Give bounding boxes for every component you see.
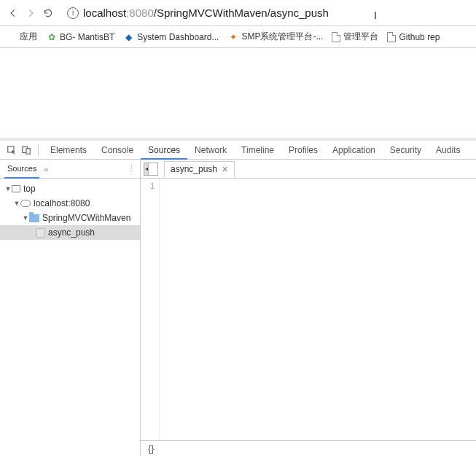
file-tab-bar: ◂ async_push ✕ — [141, 160, 476, 179]
editor-status-bar: {} — [141, 440, 476, 456]
bookmark-smp[interactable]: ✦ SMP系统管理平台-... — [227, 31, 323, 43]
file-tab-label: async_push — [171, 164, 217, 174]
caret-down-icon: ▼ — [13, 200, 20, 207]
bookmark-github[interactable]: Github rep — [387, 32, 440, 42]
line-number: 1 — [141, 181, 155, 190]
toggle-navigator-icon[interactable]: ◂ — [144, 163, 158, 176]
bookmark-admin[interactable]: 管理平台 — [332, 31, 378, 43]
tab-audits[interactable]: Audits — [429, 141, 467, 160]
back-button[interactable] — [4, 4, 22, 22]
caret-down-icon: ▼ — [22, 214, 29, 222]
close-icon[interactable]: ✕ — [222, 165, 228, 174]
tab-network[interactable]: Network — [187, 141, 234, 160]
url-host: localhost — [83, 7, 126, 19]
file-tree: ▼ top ▼ localhost:8080 ▼ SpringMVCWithMa… — [0, 179, 140, 243]
tab-security[interactable]: Security — [383, 141, 429, 160]
page-icon — [387, 32, 396, 42]
reload-button[interactable] — [39, 4, 57, 22]
svg-rect-2 — [26, 148, 30, 154]
code-editor[interactable]: 1 — [141, 179, 476, 440]
smp-icon: ✦ — [227, 31, 238, 42]
more-options-icon[interactable]: ⋮ — [128, 164, 136, 173]
url-port: :8080 — [126, 7, 154, 19]
cloud-icon — [20, 200, 31, 207]
tree-label: top — [23, 184, 36, 194]
chevron-right-icon[interactable]: » — [44, 165, 48, 173]
sources-sidebar: Sources » ⋮ ▼ top ▼ localhost:8080 ▼ — [0, 160, 141, 456]
devtools-tabs: Elements Console Sources Network Timelin… — [0, 141, 476, 160]
sidebar-tab-sources[interactable]: Sources — [4, 164, 39, 179]
bookmark-label: SMP系统管理平台-... — [241, 31, 323, 43]
page-icon — [332, 32, 340, 42]
page-content — [0, 48, 476, 141]
bookmark-dashboard[interactable]: ◆ System Dashboard... — [123, 31, 219, 42]
frame-icon — [12, 185, 20, 192]
apps-shortcut[interactable]: 应用 — [6, 31, 37, 43]
tree-label: SpringMVCWithMaven — [42, 213, 130, 223]
tab-application[interactable]: Application — [325, 141, 383, 160]
bookmark-label: System Dashboard... — [137, 32, 219, 42]
line-gutter: 1 — [141, 179, 160, 440]
site-info-icon[interactable]: i — [67, 7, 79, 19]
tree-label: async_push — [48, 227, 95, 238]
file-icon — [36, 228, 44, 238]
mantis-icon: ✿ — [46, 31, 57, 42]
devtools-panel: Elements Console Sources Network Timelin… — [0, 141, 476, 456]
sidebar-header: Sources » ⋮ — [0, 160, 140, 179]
sources-main: ◂ async_push ✕ 1 {} — [141, 160, 476, 456]
tab-timeline[interactable]: Timeline — [234, 141, 281, 160]
tree-host[interactable]: ▼ localhost:8080 — [0, 196, 140, 211]
device-toolbar-icon[interactable] — [19, 143, 34, 157]
text-cursor-icon: I — [374, 9, 377, 21]
tree-top[interactable]: ▼ top — [0, 181, 140, 196]
apps-label: 应用 — [20, 31, 37, 43]
bookmark-label: BG- MantisBT — [60, 32, 114, 42]
forward-button[interactable] — [22, 4, 39, 22]
address-input[interactable]: i localhost:8080/SpringMVCWithMaven/asyn… — [63, 3, 472, 23]
inspect-element-icon[interactable] — [4, 143, 19, 157]
tab-elements[interactable]: Elements — [43, 141, 94, 160]
file-tab[interactable]: async_push ✕ — [164, 161, 235, 177]
bookmarks-bar: 应用 ✿ BG- MantisBT ◆ System Dashboard... … — [0, 26, 476, 48]
caret-down-icon: ▼ — [4, 185, 12, 192]
bookmark-label: 管理平台 — [343, 31, 378, 43]
bookmark-mantis[interactable]: ✿ BG- MantisBT — [46, 31, 114, 42]
dashboard-icon: ◆ — [123, 31, 134, 42]
tab-profiles[interactable]: Profiles — [281, 141, 325, 160]
folder-icon — [29, 214, 39, 222]
code-area[interactable] — [160, 179, 476, 440]
tree-folder[interactable]: ▼ SpringMVCWithMaven — [0, 211, 140, 225]
address-bar: i localhost:8080/SpringMVCWithMaven/asyn… — [0, 0, 476, 26]
tab-console[interactable]: Console — [94, 141, 141, 160]
pretty-print-icon[interactable]: {} — [148, 443, 155, 454]
url-path: /SpringMVCWithMaven/async_push — [154, 7, 329, 19]
tab-sources[interactable]: Sources — [141, 141, 187, 160]
tree-label: localhost:8080 — [34, 198, 90, 208]
bookmark-label: Github rep — [399, 32, 440, 42]
apps-grid-icon — [6, 31, 17, 42]
tree-file[interactable]: async_push — [0, 225, 140, 240]
devtools-body: Sources » ⋮ ▼ top ▼ localhost:8080 ▼ — [0, 160, 476, 456]
